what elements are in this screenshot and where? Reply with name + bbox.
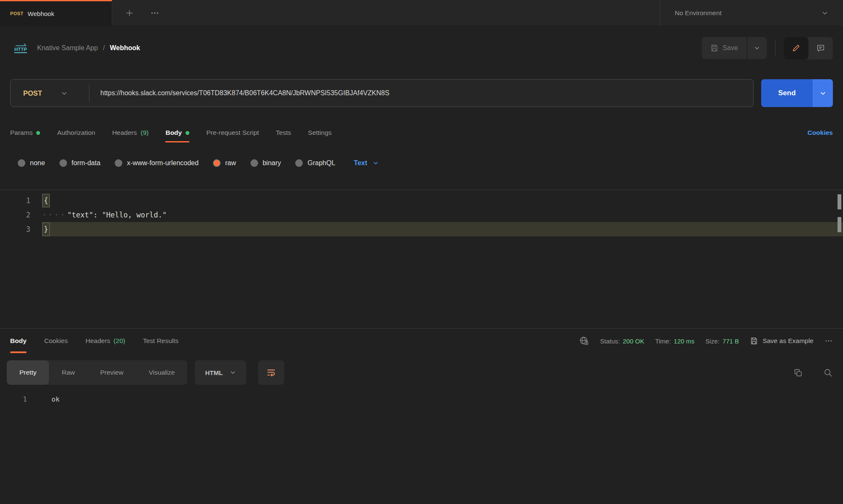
response-format-dropdown[interactable]: HTML xyxy=(195,360,246,385)
response-tab-cookies[interactable]: Cookies xyxy=(44,329,68,353)
chevron-down-icon xyxy=(754,45,760,51)
method-dropdown[interactable]: POST xyxy=(11,89,89,97)
tab-tests-label: Tests xyxy=(276,129,291,137)
status-label: Status: xyxy=(600,338,620,345)
response-options-button[interactable] xyxy=(824,337,833,345)
breadcrumb-request-name[interactable]: Webhook xyxy=(110,44,140,52)
cookies-link[interactable]: Cookies xyxy=(808,129,833,142)
view-preview[interactable]: Preview xyxy=(88,360,136,385)
wrap-text-icon xyxy=(266,367,276,378)
response-toolbar: Pretty Raw Preview Visualize HTML xyxy=(7,360,833,385)
params-active-dot xyxy=(36,131,40,135)
copy-response-button[interactable] xyxy=(793,368,803,378)
environment-selector[interactable]: No Environment xyxy=(660,0,843,26)
line-code: { xyxy=(42,193,843,208)
more-horizontal-icon xyxy=(150,8,159,18)
request-tab[interactable]: POST Webhook xyxy=(0,0,112,26)
send-button[interactable]: Send xyxy=(761,79,813,107)
breadcrumb-separator: / xyxy=(103,44,105,52)
divider xyxy=(775,39,776,57)
save-icon xyxy=(710,44,719,52)
editor-line-active[interactable]: 3 } xyxy=(0,222,843,236)
response-status: Status: 200 OK xyxy=(600,338,644,345)
search-response-button[interactable] xyxy=(823,368,833,378)
view-raw[interactable]: Raw xyxy=(49,360,87,385)
view-pretty[interactable]: Pretty xyxy=(7,360,49,385)
breadcrumb-collection[interactable]: Knative Sample App xyxy=(37,44,98,52)
response-body-viewer[interactable]: 1 ok xyxy=(0,393,843,406)
http-request-icon: HTTP xyxy=(14,43,28,53)
radio-form-data[interactable]: form-data xyxy=(59,159,100,167)
tab-prerequest-script[interactable]: Pre-request Script xyxy=(206,129,259,142)
tab-prerequest-label: Pre-request Script xyxy=(206,129,259,137)
radio-binary-label: binary xyxy=(263,159,281,167)
radio-urlencoded-label: x-www-form-urlencoded xyxy=(127,159,199,167)
response-tab-headers[interactable]: Headers (20) xyxy=(86,329,125,353)
tab-strip: POST Webhook No Environment xyxy=(0,0,843,26)
status-value: 200 OK xyxy=(623,338,644,345)
save-options-button[interactable] xyxy=(747,37,767,59)
tab-params-label: Params xyxy=(10,129,32,137)
editor-line[interactable]: 1 { xyxy=(0,193,843,208)
radio-raw[interactable]: raw xyxy=(213,159,236,167)
editor-scrollbar-mark[interactable] xyxy=(838,217,841,232)
network-info-button[interactable] xyxy=(579,336,589,346)
view-visualize[interactable]: Visualize xyxy=(136,360,188,385)
radio-none-label: none xyxy=(30,159,45,167)
line-number: 1 xyxy=(0,393,30,406)
response-tabs: Body Cookies Headers (20) Test Results S… xyxy=(0,329,843,353)
wrap-text-button[interactable] xyxy=(258,360,284,385)
tab-options-button[interactable] xyxy=(150,8,159,18)
edit-documentation-button[interactable] xyxy=(784,37,808,59)
chevron-down-icon xyxy=(821,9,829,17)
new-tab-button[interactable] xyxy=(125,8,134,18)
send-options-button[interactable] xyxy=(813,79,833,107)
save-button[interactable]: Save xyxy=(702,37,746,59)
url-input[interactable]: https://hooks.slack.com/services/T06TD83… xyxy=(89,89,753,97)
tab-title: Webhook xyxy=(28,10,54,17)
request-tabs: Params Authorization Headers (9) Body Pr… xyxy=(10,126,833,142)
tab-settings-label: Settings xyxy=(308,129,331,137)
response-view-switcher: Pretty Raw Preview Visualize xyxy=(7,360,187,385)
tab-body-label: Body xyxy=(165,129,182,137)
globe-lock-icon xyxy=(579,336,589,346)
radio-icon xyxy=(295,159,303,167)
radio-none[interactable]: none xyxy=(18,159,45,167)
line-number: 3 xyxy=(0,222,42,236)
line-code: ····"text": "Hello, world." xyxy=(42,208,843,222)
radio-graphql-label: GraphQL xyxy=(307,159,335,167)
tab-tests[interactable]: Tests xyxy=(276,129,291,142)
line-number: 2 xyxy=(0,208,42,222)
response-tab-cookies-label: Cookies xyxy=(44,337,68,345)
comments-button[interactable] xyxy=(808,37,833,59)
json-text: "text": "Hello, world." xyxy=(67,211,167,219)
chevron-down-icon xyxy=(61,90,68,97)
whitespace-dots: ···· xyxy=(42,211,67,219)
time-value: 120 ms xyxy=(674,338,695,345)
request-url-row: POST https://hooks.slack.com/services/T0… xyxy=(10,79,833,107)
tab-headers[interactable]: Headers (9) xyxy=(112,129,149,142)
tab-body[interactable]: Body xyxy=(165,129,189,142)
response-size: Size: 771 B xyxy=(706,338,739,345)
response-tab-body[interactable]: Body xyxy=(10,329,27,353)
save-as-example-button[interactable]: Save as Example xyxy=(750,337,813,345)
chevron-down-icon xyxy=(229,369,236,376)
radio-x-www-form-urlencoded[interactable]: x-www-form-urlencoded xyxy=(115,159,199,167)
response-tab-test-results[interactable]: Test Results xyxy=(143,329,178,353)
more-horizontal-icon xyxy=(824,337,833,345)
save-button-label: Save xyxy=(723,44,738,52)
radio-graphql[interactable]: GraphQL xyxy=(295,159,335,167)
request-body-editor[interactable]: 1 { 2 ····"text": "Hello, world." 3 } xyxy=(0,190,843,329)
tab-settings[interactable]: Settings xyxy=(308,129,331,142)
tab-params[interactable]: Params xyxy=(10,129,40,142)
editor-scrollbar-mark[interactable] xyxy=(838,194,841,209)
radio-binary[interactable]: binary xyxy=(250,159,281,167)
search-icon xyxy=(823,368,833,378)
raw-language-dropdown[interactable]: Text xyxy=(354,159,379,167)
radio-selected-icon xyxy=(213,159,221,167)
pencil-icon xyxy=(792,43,801,53)
tab-authorization[interactable]: Authorization xyxy=(57,129,95,142)
editor-line[interactable]: 2 ····"text": "Hello, world." xyxy=(0,208,843,222)
response-line: 1 ok xyxy=(0,393,843,406)
send-button-group: Send xyxy=(761,79,833,107)
